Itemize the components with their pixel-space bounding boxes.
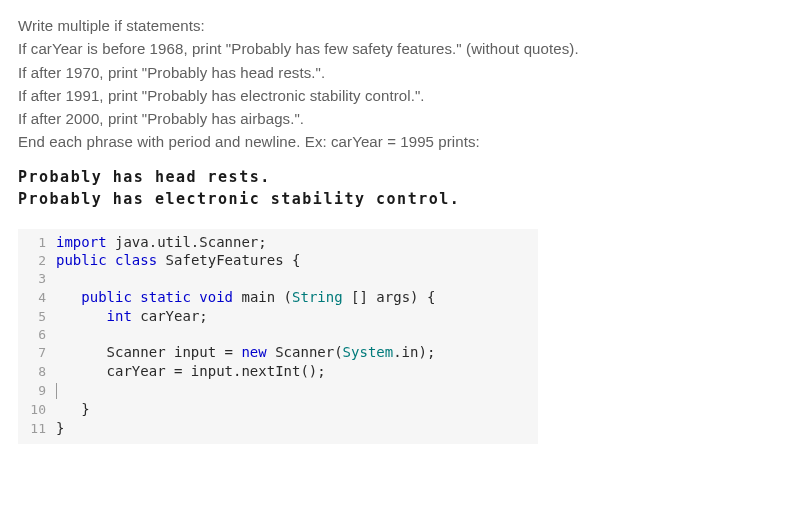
line-number: 8 xyxy=(18,363,56,381)
code-line[interactable]: 5 int carYear; xyxy=(18,307,538,326)
example-line: Probably has head rests. xyxy=(18,168,271,186)
instruction-line: Write multiple if statements: xyxy=(18,14,774,37)
code-content[interactable]: carYear = input.nextInt(); xyxy=(56,362,538,381)
code-line[interactable]: 1import java.util.Scanner; xyxy=(18,233,538,252)
code-content[interactable]: public class SafetyFeatures { xyxy=(56,251,538,270)
code-token: carYear = input.nextInt(); xyxy=(56,363,326,379)
problem-instructions: Write multiple if statements: If carYear… xyxy=(18,14,774,154)
code-content[interactable]: public static void main (String [] args)… xyxy=(56,288,538,307)
code-token: Scanner( xyxy=(267,344,343,360)
instruction-line: If carYear is before 1968, print "Probab… xyxy=(18,37,774,60)
code-token: int xyxy=(107,308,132,324)
code-content[interactable] xyxy=(56,381,538,400)
line-number: 9 xyxy=(18,382,56,400)
code-token: .in); xyxy=(393,344,435,360)
code-line[interactable]: 9 xyxy=(18,381,538,400)
code-token: main ( xyxy=(233,289,292,305)
code-token xyxy=(56,289,81,305)
line-number: 7 xyxy=(18,344,56,362)
example-output: Probably has head rests. Probably has el… xyxy=(18,166,774,211)
code-token: static xyxy=(140,289,191,305)
code-token: public xyxy=(81,289,132,305)
line-number: 3 xyxy=(18,270,56,288)
code-token: System xyxy=(343,344,394,360)
code-line[interactable]: 3 xyxy=(18,270,538,288)
code-content[interactable]: import java.util.Scanner; xyxy=(56,233,538,252)
instruction-line: End each phrase with period and newline.… xyxy=(18,130,774,153)
line-number: 5 xyxy=(18,308,56,326)
line-number: 2 xyxy=(18,252,56,270)
code-token: Scanner input = xyxy=(56,344,241,360)
code-token xyxy=(107,252,115,268)
code-line[interactable]: 6 xyxy=(18,326,538,344)
line-number: 4 xyxy=(18,289,56,307)
code-content[interactable]: Scanner input = new Scanner(System.in); xyxy=(56,343,538,362)
instruction-line: If after 1991, print "Probably has elect… xyxy=(18,84,774,107)
line-number: 1 xyxy=(18,234,56,252)
instruction-line: If after 1970, print "Probably has head … xyxy=(18,61,774,84)
code-token: carYear; xyxy=(132,308,208,324)
code-token: void xyxy=(199,289,233,305)
line-number: 6 xyxy=(18,326,56,344)
code-content[interactable]: } xyxy=(56,419,538,438)
code-token: java.util.Scanner; xyxy=(107,234,267,250)
code-editor[interactable]: 1import java.util.Scanner;2public class … xyxy=(18,229,538,444)
code-token: } xyxy=(56,420,64,436)
code-token: String xyxy=(292,289,343,305)
code-line[interactable]: 8 carYear = input.nextInt(); xyxy=(18,362,538,381)
line-number: 10 xyxy=(18,401,56,419)
code-content[interactable]: int carYear; xyxy=(56,307,538,326)
code-token: new xyxy=(241,344,266,360)
code-line[interactable]: 10 } xyxy=(18,400,538,419)
text-cursor xyxy=(56,383,57,399)
code-content[interactable]: } xyxy=(56,400,538,419)
line-number: 11 xyxy=(18,420,56,438)
code-token: import xyxy=(56,234,107,250)
example-line: Probably has electronic stability contro… xyxy=(18,190,460,208)
code-token: class xyxy=(115,252,157,268)
code-line[interactable]: 7 Scanner input = new Scanner(System.in)… xyxy=(18,343,538,362)
code-token: [] args) { xyxy=(343,289,436,305)
instruction-line: If after 2000, print "Probably has airba… xyxy=(18,107,774,130)
code-line[interactable]: 2public class SafetyFeatures { xyxy=(18,251,538,270)
code-token: SafetyFeatures { xyxy=(157,252,300,268)
code-token: public xyxy=(56,252,107,268)
code-token xyxy=(56,308,107,324)
code-line[interactable]: 11} xyxy=(18,419,538,438)
code-line[interactable]: 4 public static void main (String [] arg… xyxy=(18,288,538,307)
code-token: } xyxy=(56,401,90,417)
